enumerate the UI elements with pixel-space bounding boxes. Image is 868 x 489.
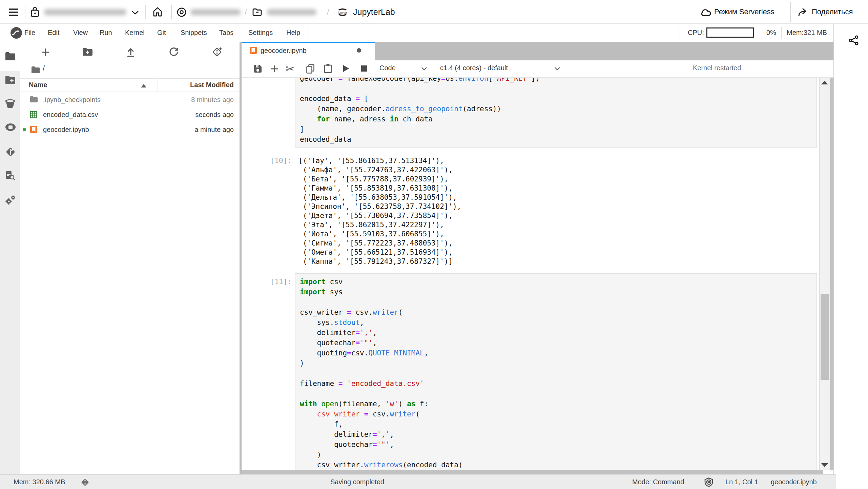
dock-panel: geocoder.ipynb ✂ Code [242, 42, 833, 474]
csv-file-icon [30, 111, 37, 118]
share-nodes-icon[interactable] [849, 35, 859, 45]
notebook-toolbar: ✂ Code c1.4 (4 cores) - default Kernel r… [242, 60, 833, 78]
cloud-icon [701, 8, 711, 17]
redacted-notebook-name[interactable] [267, 9, 316, 15]
sort-ascending-icon [141, 84, 146, 87]
menu-snippets[interactable]: Snippets [181, 24, 207, 42]
serverless-mode-button[interactable]: Режим Serverless [714, 0, 774, 24]
menu-file[interactable]: File [24, 24, 35, 42]
menu-settings[interactable]: Settings [248, 24, 273, 42]
column-name[interactable]: Name [29, 81, 47, 89]
scrollbar-thumb[interactable] [821, 294, 829, 380]
refresh-button[interactable] [169, 47, 179, 57]
run-cell-button[interactable] [342, 64, 350, 73]
cut-cells-button[interactable]: ✂ [286, 63, 294, 75]
divider [171, 5, 172, 19]
menu-kernel[interactable]: Kernel [125, 24, 145, 42]
file-row[interactable]: .ipynb_checkpoints 8 minutes ago [20, 92, 240, 107]
app-title: JupyterLab [353, 0, 395, 24]
sidebar-tab-sessions[interactable] [5, 123, 16, 131]
notebook-scrollbar[interactable] [819, 78, 830, 470]
redacted-cloud-name[interactable] [44, 9, 126, 15]
input-prompt: [11]: [242, 277, 292, 287]
cell-output: [('Тау', '[55.861615,37.513134]'), ('Аль… [298, 156, 461, 266]
cpu-label: CPU: [688, 24, 704, 42]
file-modified: seconds ago [195, 107, 234, 122]
paste-cells-button[interactable] [324, 64, 332, 73]
menu-git[interactable]: Git [157, 24, 166, 42]
home-icon[interactable] [152, 7, 163, 17]
divider [145, 5, 146, 19]
file-name: encoded_data.csv [43, 107, 98, 122]
active-file-name: geocoder.ipynb [771, 475, 817, 489]
cpu-percent: 0% [766, 24, 776, 42]
kernel-select[interactable]: c1.4 (4 cores) - default [440, 64, 508, 72]
file-modified: a minute ago [194, 122, 234, 137]
file-modified: 8 minutes ago [191, 92, 234, 107]
menu-view[interactable]: View [73, 24, 88, 42]
code-cell-input[interactable]: import csvimport sys csv_writer = csv.wr… [295, 273, 817, 470]
upload-button[interactable] [126, 47, 136, 57]
git-status-icon[interactable] [80, 477, 90, 487]
divider [308, 27, 308, 39]
share-arrow-icon [798, 7, 808, 17]
save-button[interactable] [253, 64, 262, 73]
mode-indicator[interactable]: Mode: Command [632, 475, 684, 489]
cursor-position[interactable]: Ln 1, Col 1 [725, 475, 758, 489]
file-browser-panel: / Name Last Modified .ipynb_checkpoints … [20, 42, 240, 474]
file-row[interactable]: geocoder.ipynb a minute ago [20, 122, 240, 137]
add-cell-button[interactable] [270, 64, 279, 73]
sidebar-tab-inspector[interactable] [5, 171, 15, 181]
status-bar: Mem: 320.66 MB Saving completed Mode: Co… [0, 474, 836, 489]
sidebar-tab-bucket[interactable] [5, 99, 15, 108]
divider [25, 5, 25, 19]
sidebar-tab-settings[interactable] [5, 195, 16, 206]
scroll-down-arrow[interactable] [821, 463, 828, 467]
notebook-content[interactable]: geocoder = YandexGeocoder(api_key=os.env… [242, 78, 833, 470]
sidebar-tab-git[interactable] [5, 146, 16, 157]
breadcrumb-separator: / [327, 0, 329, 24]
new-launcher-button[interactable] [41, 47, 50, 57]
code-cell-input[interactable]: geocoder = YandexGeocoder(api_key=os.env… [295, 78, 817, 148]
copy-cells-button[interactable] [306, 64, 315, 74]
datasphere-logo [10, 27, 22, 39]
breadcrumb-path[interactable]: / [43, 64, 45, 73]
chevron-down-icon[interactable] [131, 11, 139, 15]
sidebar-tab-filebrowser[interactable] [5, 52, 15, 60]
trust-shield-icon[interactable] [704, 477, 714, 487]
svg-text:jupyter: jupyter [337, 11, 347, 14]
redacted-project-name[interactable] [190, 9, 241, 15]
wallet-icon [30, 7, 39, 18]
menu-bar: File Edit View Run Kernel Git Snippets T… [0, 24, 868, 42]
sidebar-tab-new-folder[interactable] [5, 76, 15, 84]
mem-indicator: Mem: 320.66 MB [14, 475, 65, 489]
top-bar: / / jupyter JupyterLab Режим Serverless … [0, 0, 868, 24]
column-last-modified[interactable]: Last Modified [190, 81, 234, 89]
menu-edit[interactable]: Edit [48, 24, 59, 42]
file-row[interactable]: encoded_data.csv seconds ago [20, 107, 240, 122]
divider [790, 2, 791, 22]
share-button[interactable]: Поделиться [812, 0, 853, 24]
breadcrumb-separator: / [245, 0, 247, 24]
tab-title: geocoder.ipynb [261, 47, 307, 55]
left-sidebar [0, 71, 20, 474]
menu-tabs[interactable]: Tabs [219, 24, 233, 42]
jupyterlab-window: / / jupyter JupyterLab Режим Serverless … [0, 0, 868, 489]
tab-geocoder-ipynb[interactable]: geocoder.ipynb [242, 42, 375, 60]
cpu-usage-bar [706, 27, 754, 38]
file-list-header[interactable]: Name Last Modified [20, 78, 240, 92]
kernel-status: Kernel restarted [693, 64, 741, 72]
cell-type-select[interactable]: Code [379, 64, 396, 72]
breadcrumb-folder-icon[interactable] [31, 66, 40, 74]
scroll-up-arrow[interactable] [821, 81, 828, 84]
menu-help[interactable]: Help [286, 24, 300, 42]
stop-kernel-button[interactable] [361, 65, 368, 72]
tab-bar: geocoder.ipynb [242, 42, 833, 60]
unsaved-changes-dot[interactable] [357, 48, 361, 53]
new-folder-button[interactable] [82, 47, 92, 56]
menu-run[interactable]: Run [100, 24, 112, 42]
hamburger-menu-icon[interactable] [8, 8, 19, 16]
git-init-button[interactable] [212, 47, 223, 58]
chevron-down-icon [421, 67, 427, 71]
project-icon [177, 7, 187, 17]
